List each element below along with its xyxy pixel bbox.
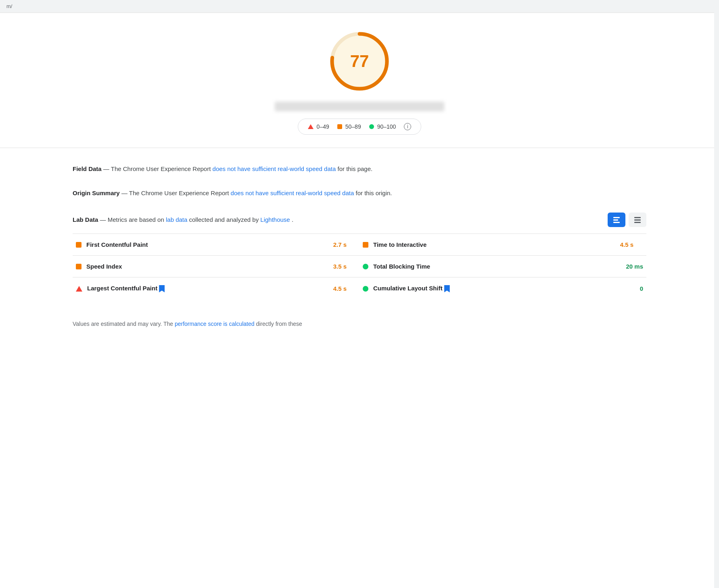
field-data-text-before: The Chrome User Experience Report (111, 165, 211, 172)
score-legend: 0–49 50–89 90–100 i (298, 119, 422, 135)
lcp-bookmark-icon (159, 285, 165, 292)
legend-item-green: 90–100 (369, 123, 396, 130)
cls-indicator (363, 286, 368, 292)
score-section: 77 0–49 50–89 90–100 i (0, 13, 719, 148)
si-value: 3.5 s (333, 263, 356, 270)
top-bar-text: m/ (6, 3, 12, 9)
cls-value: 0 (640, 285, 643, 292)
lcp-value: 4.5 s (333, 285, 356, 292)
lab-data-header-text: Lab Data — Metrics are based on lab data… (73, 215, 293, 225)
origin-summary-label: Origin Summary (73, 190, 120, 196)
origin-summary-section: Origin Summary — The Chrome User Experie… (73, 188, 646, 198)
metrics-table: First Contentful Paint 2.7 s Time to Int… (73, 234, 646, 300)
field-data-text: Field Data — The Chrome User Experience … (73, 164, 646, 174)
view-toggle (608, 213, 646, 227)
footer-link[interactable]: performance score is calculated (175, 321, 255, 327)
origin-summary-dash: — (121, 190, 129, 196)
metrics-row-3: Largest Contentful Paint 4.5 s Cumulativ… (73, 277, 646, 300)
field-data-label: Field Data (73, 165, 102, 172)
lcp-indicator (76, 286, 82, 292)
tbt-value: 20 ms (626, 263, 643, 270)
origin-summary-text-before: The Chrome User Experience Report (129, 190, 229, 196)
tbt-label: Total Blocking Time (373, 263, 621, 270)
origin-summary-link[interactable]: does not have sufficient real-world spee… (231, 190, 354, 196)
top-bar: m/ (0, 0, 719, 13)
legend-range-orange: 50–89 (345, 123, 361, 130)
footer-note: Values are estimated and may vary. The p… (0, 316, 719, 327)
lab-data-header: Lab Data — Metrics are based on lab data… (73, 213, 646, 227)
metric-fcp: First Contentful Paint 2.7 s (73, 234, 360, 255)
metric-si: Speed Index 3.5 s (73, 256, 360, 277)
lab-data-label: Lab Data (73, 216, 98, 223)
field-data-link[interactable]: does not have sufficient real-world spee… (213, 165, 336, 172)
lab-data-dash: — (100, 216, 108, 223)
metric-cls: Cumulative Layout Shift 0 (360, 277, 646, 300)
legend-item-red: 0–49 (308, 123, 329, 130)
fcp-label: First Contentful Paint (86, 241, 328, 248)
tti-label: Time to Interactive (373, 241, 615, 248)
cls-label: Cumulative Layout Shift (373, 285, 635, 292)
metrics-row-2: Speed Index 3.5 s Total Blocking Time 20… (73, 255, 646, 277)
score-value: 77 (350, 52, 369, 71)
fcp-value: 2.7 s (333, 241, 356, 248)
lcp-label: Largest Contentful Paint (87, 285, 328, 292)
field-data-dash: — (103, 165, 111, 172)
score-url-bar (275, 102, 444, 111)
lab-data-link2[interactable]: Lighthouse (260, 216, 290, 223)
metric-lcp: Largest Contentful Paint 4.5 s (73, 277, 360, 300)
metric-tti: Time to Interactive 4.5 s (360, 234, 646, 255)
lab-data-text-middle: collected and analyzed by (189, 216, 259, 223)
tbt-indicator (363, 264, 368, 269)
bar-chart-icon (613, 217, 620, 223)
tti-value: 4.5 s (620, 241, 643, 248)
list-view-button[interactable] (629, 213, 646, 227)
legend-range-green: 90–100 (377, 123, 396, 130)
fcp-indicator (76, 242, 82, 248)
metrics-row-1: First Contentful Paint 2.7 s Time to Int… (73, 234, 646, 255)
cls-bookmark-icon (444, 285, 450, 292)
lab-data-text-after: . (292, 216, 293, 223)
origin-summary-text: Origin Summary — The Chrome User Experie… (73, 188, 646, 198)
list-icon (634, 217, 641, 223)
bar-chart-view-button[interactable] (608, 213, 625, 227)
score-circle: 77 (327, 29, 392, 94)
red-triangle-icon (308, 124, 314, 129)
info-button[interactable]: i (404, 123, 411, 130)
lab-data-link1[interactable]: lab data (166, 216, 187, 223)
field-data-text-after: for this page. (337, 165, 372, 172)
si-label: Speed Index (86, 263, 328, 270)
orange-square-icon (337, 124, 342, 129)
field-data-section: Field Data — The Chrome User Experience … (73, 164, 646, 174)
metric-tbt: Total Blocking Time 20 ms (360, 256, 646, 277)
legend-range-red: 0–49 (317, 123, 329, 130)
lab-data-text-before: Metrics are based on (108, 216, 164, 223)
tti-indicator (363, 242, 368, 248)
si-indicator (76, 264, 82, 269)
scrollbar[interactable] (714, 0, 719, 327)
lab-data-section: Lab Data — Metrics are based on lab data… (0, 213, 719, 316)
green-circle-icon (369, 124, 374, 129)
origin-summary-text-after: for this origin. (355, 190, 392, 196)
legend-item-orange: 50–89 (337, 123, 361, 130)
field-origin-sections: Field Data — The Chrome User Experience … (0, 148, 719, 198)
